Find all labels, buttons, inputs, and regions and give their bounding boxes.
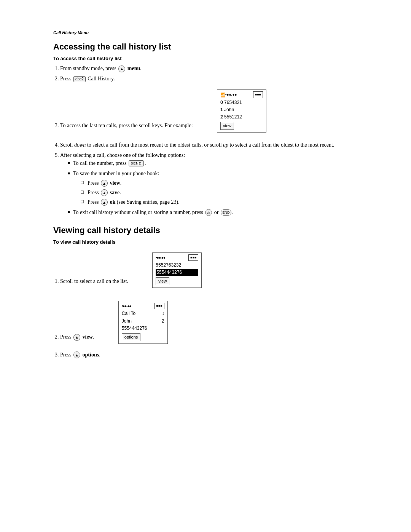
options-button[interactable]: options	[122, 333, 140, 341]
signal-icon-2: •●●.●●	[156, 255, 165, 260]
circle-key-view2: ▲	[73, 334, 80, 341]
screen-row-5554-highlighted: 5554443276	[156, 269, 198, 276]
step-2: Press abc2 Call History.	[60, 75, 365, 83]
screen-row-1: 1 John	[220, 106, 263, 113]
signal-bars: •●●.●●	[225, 92, 237, 97]
battery-icon-3: ■■■	[154, 303, 164, 310]
view-step-2: Press ▲ view. •●●.●● ■■■ Call To ↕ John …	[60, 296, 365, 348]
circle-key-1: ▲	[118, 66, 125, 72]
bullet-2: To save the number in your phone book: P…	[68, 169, 365, 206]
view-button-1[interactable]: view	[220, 122, 234, 130]
phone-screen-3: •●●.●● ■■■ Call To ↕ John 2 5554443276 o…	[118, 301, 168, 344]
section2-title: Viewing call history details	[53, 225, 365, 235]
step-1: From standby mode, press ▲ menu.	[60, 64, 365, 72]
abc2-key: abc2	[73, 76, 86, 82]
step-5: After selecting a call, choose one of th…	[60, 151, 365, 216]
send-key: SEND	[129, 160, 144, 166]
end-key: END	[221, 209, 231, 216]
phone-screen-2: •●●.●● ■■■ 5552763232 5554443276 view	[152, 252, 202, 288]
screen-number-row: 5554443276	[122, 325, 164, 332]
scroll-arrow: ↕	[162, 310, 164, 317]
circle-key-save: ▲	[101, 189, 108, 196]
section2-subheading: To view call history details	[53, 239, 365, 245]
phone-screen-1: 📶 •●●.●● ■■■ 0 7654321 1 John 2 5551212 …	[217, 89, 266, 133]
step-3: To access the last ten calls, press the …	[60, 85, 365, 137]
bullet-1: To call the number, press SEND.	[68, 159, 365, 167]
screen-row-5552: 5552763232	[156, 262, 198, 269]
section1-title: Accessing the call history list	[53, 42, 365, 52]
view-step-3: Press ▲ options.	[60, 351, 365, 359]
circle-key-options: ▲	[73, 351, 80, 358]
circle-key-ok: ▲	[101, 199, 108, 206]
circle-key-view: ▲	[101, 180, 108, 187]
screen-call-to-row: Call To ↕	[122, 310, 164, 317]
screen-row-0: 0 7654321	[220, 99, 263, 106]
menu-label: menu	[127, 66, 140, 71]
bullet-3: To exit call history without calling or …	[68, 208, 365, 216]
signal-icon-3: •●●.●●	[122, 303, 131, 309]
view-button-2[interactable]: view	[156, 277, 169, 285]
clr-key: clr	[205, 209, 212, 216]
sub-bullet-1: Press ▲ view.	[81, 179, 365, 187]
battery-icon: ■■■	[253, 91, 263, 98]
screen-row-2: 2 5551212	[220, 113, 263, 121]
john-label: John	[122, 318, 132, 325]
call-to-label: Call To	[122, 310, 135, 317]
battery-icon-2: ■■■	[188, 254, 198, 261]
section1-subheading: To access the call history list	[53, 56, 365, 61]
view-step-1: Scroll to select a call on the list. •●●…	[60, 248, 365, 292]
sub-bullet-2: Press ▲ save.	[81, 189, 365, 197]
number-2: 2	[162, 318, 164, 325]
signal-icon: 📶	[220, 92, 225, 98]
step-4: Scroll down to select a call from the mo…	[60, 141, 365, 149]
section-label: Call History Menu	[53, 30, 365, 35]
screen-john-row: John 2	[122, 318, 164, 325]
sub-bullet-3: Press ▲ ok (see Saving entries, page 23)…	[81, 198, 365, 206]
